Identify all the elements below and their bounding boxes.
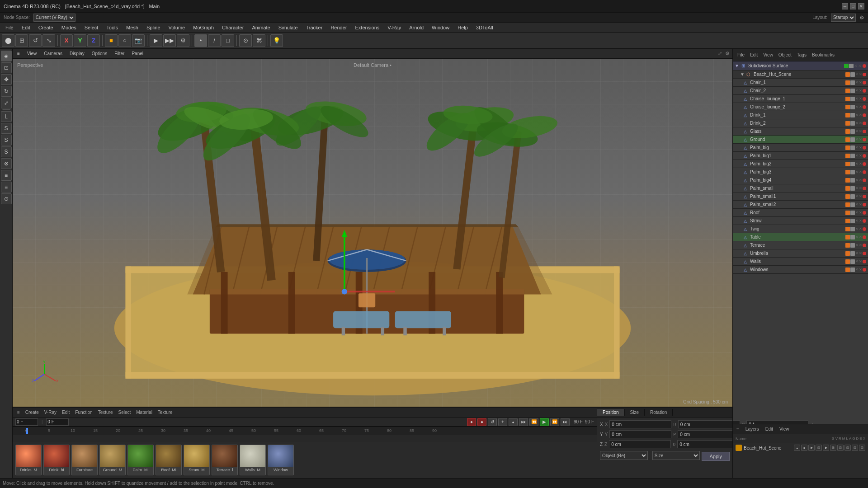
om-object-btn[interactable]: Object <box>777 52 793 58</box>
vp-display[interactable]: Display <box>68 51 86 56</box>
loop-btn[interactable]: ↺ <box>488 418 497 426</box>
toolbar-null[interactable]: ○ <box>118 34 131 47</box>
add-keyframe-btn2[interactable]: ⬥ <box>509 418 518 426</box>
toolbar-polygons[interactable]: □ <box>222 34 234 47</box>
dot-grey-drink_2[interactable] <box>850 121 855 126</box>
menu-edit[interactable]: Edit <box>18 24 34 31</box>
dot-orange-terrace[interactable] <box>845 243 850 248</box>
tool-s2[interactable]: S <box>1 135 12 145</box>
layer-beach-hut[interactable]: Beach_Hut_Scene ● ■ ▶ ⊡ ▶ ⊞ ⊡ ⊡ ⊡ ⊡ <box>733 443 868 452</box>
material-walls[interactable]: Walls_M <box>240 445 266 475</box>
dot-grey-ground[interactable] <box>850 137 855 142</box>
minimize-button[interactable]: ─ <box>842 3 848 9</box>
dot-grey-table[interactable] <box>850 235 855 239</box>
dot-grey-windows[interactable] <box>850 267 855 272</box>
vp-maximize-icon[interactable]: ⤢ <box>718 51 722 56</box>
tool-model[interactable]: ◈ <box>1 51 12 61</box>
subdivision-surface-item[interactable]: ▼ ⊞ Subdivision Surface ✕ ✕ <box>733 61 868 70</box>
step-back-btn[interactable]: ⏪ <box>529 418 538 426</box>
dot-orange-chair_1[interactable] <box>845 80 850 85</box>
dot-orange-palm_big1[interactable] <box>845 154 850 158</box>
dot-grey-umbrella[interactable] <box>850 251 855 256</box>
dot-grey-glass[interactable] <box>850 129 855 134</box>
obj-item-palm_big2[interactable]: △ Palm_big2 ✕ ✕ <box>733 160 868 168</box>
toolbar-rotate[interactable]: ↺ <box>29 34 42 47</box>
coord-system-select[interactable]: Object (Re) World <box>600 451 648 460</box>
om-file-btn[interactable]: File <box>736 52 746 58</box>
ss-dot-2[interactable] <box>849 64 854 68</box>
tool-scale[interactable]: ⤢ <box>1 98 12 108</box>
dot-orange-roof[interactable] <box>845 211 850 215</box>
obj-item-palm_small[interactable]: △ Palm_small ✕ ✕ <box>733 184 868 192</box>
tab-rotation[interactable]: Rotation <box>645 409 673 416</box>
toolbar-x[interactable]: X <box>60 34 73 47</box>
dot-grey-palm_small[interactable] <box>850 186 855 191</box>
dot-grey-palm_big3[interactable] <box>850 170 855 174</box>
obj-item-glass[interactable]: △ Glass ✕ ✕ <box>733 127 868 136</box>
obj-item-umbrella[interactable]: △ Umbrella ✕ ✕ <box>733 249 868 258</box>
step-fwd-btn[interactable]: ⏩ <box>550 418 559 426</box>
toolbar-camera[interactable]: 📷 <box>132 34 145 47</box>
menu-mograph[interactable]: MoGraph <box>189 24 217 31</box>
menu-render[interactable]: Render <box>327 24 350 31</box>
dot-grey-palm_big4[interactable] <box>850 178 855 183</box>
maximize-button[interactable]: □ <box>850 3 856 9</box>
menu-vray[interactable]: V-Ray <box>384 24 405 31</box>
obj-item-palm_big1[interactable]: △ Palm_big1 ✕ ✕ <box>733 152 868 160</box>
menu-volume[interactable]: Volume <box>165 24 189 31</box>
dot-orange-palm_big3[interactable] <box>845 170 850 174</box>
layer-xpresso-icon[interactable]: ⊡ <box>859 445 865 451</box>
obj-item-walls[interactable]: △ Walls ✕ ✕ <box>733 258 868 266</box>
layer-gen-icon[interactable]: ⊞ <box>830 445 836 451</box>
toolbar-points[interactable]: • <box>194 34 207 47</box>
dot-orange-chaise_lounge_1[interactable] <box>845 97 850 101</box>
obj-item-terrace[interactable]: △ Terrace ✕ ✕ <box>733 241 868 249</box>
toolbar-render-region[interactable]: ▶ <box>150 34 162 47</box>
dot-orange-glass[interactable] <box>845 129 850 134</box>
tool-s3[interactable]: S <box>1 146 12 157</box>
tool-paint[interactable]: ⊗ <box>1 158 12 169</box>
dot-orange-twig[interactable] <box>845 227 850 231</box>
layout-select[interactable]: Startup <box>831 14 856 22</box>
attr-y-input[interactable] <box>609 430 671 438</box>
dot-orange-straw[interactable] <box>845 219 850 223</box>
dot-orange-palm_big[interactable] <box>845 145 850 150</box>
vp-menu-icon[interactable]: ≡ <box>15 51 22 56</box>
current-frame-input[interactable] <box>15 418 38 426</box>
dot-grey-walls[interactable] <box>850 259 855 264</box>
attr-h-input[interactable] <box>678 420 740 428</box>
dot-grey-twig[interactable] <box>850 227 855 231</box>
tool-layers3[interactable]: ≡ <box>1 182 12 192</box>
vp-view[interactable]: View <box>25 51 39 56</box>
obj-item-drink_2[interactable]: △ Drink_2 ✕ ✕ <box>733 119 868 127</box>
dot-grey-roof[interactable] <box>850 211 855 215</box>
menu-arnold[interactable]: Arnold <box>406 24 427 31</box>
size-type-select[interactable]: Size <box>652 451 700 460</box>
obj-item-chaise_lounge_1[interactable]: △ Chaise_lounge_1 ✕ ✕ <box>733 95 868 103</box>
menu-3dtoall[interactable]: 3DToAll <box>472 24 497 31</box>
mat-edit[interactable]: Edit <box>60 409 71 415</box>
material-ground[interactable]: Ground_M <box>99 445 126 475</box>
toolbar-z[interactable]: Z <box>87 34 100 47</box>
layer-render-icon[interactable]: ▶ <box>808 445 815 451</box>
menu-create[interactable]: Create <box>35 24 57 31</box>
dot-grey-chaise_lounge_1[interactable] <box>850 97 855 101</box>
dot-grey-palm_big2[interactable] <box>850 162 855 166</box>
layers-view[interactable]: View <box>778 426 791 432</box>
layer-particle-icon[interactable]: ⊡ <box>852 445 858 451</box>
apply-button[interactable]: Apply <box>702 452 730 461</box>
dot-orange-chair_2[interactable] <box>845 89 850 93</box>
layer-eye-icon[interactable]: ● <box>794 445 800 451</box>
menu-window[interactable]: Window <box>428 24 453 31</box>
menu-help[interactable]: Help <box>454 24 472 31</box>
layers-menu-icon[interactable]: ≡ <box>735 426 741 432</box>
record-button[interactable]: ● <box>467 418 476 426</box>
menu-tools[interactable]: Tools <box>103 24 122 31</box>
mat-texture[interactable]: Texture <box>96 409 115 415</box>
menu-select[interactable]: Select <box>81 24 102 31</box>
bhs-dot-2[interactable] <box>850 72 855 77</box>
ss-dot-1[interactable] <box>844 64 849 68</box>
material-roof[interactable]: Roof_Mi <box>156 445 182 475</box>
material-furniture[interactable]: Furniture <box>71 445 98 475</box>
obj-item-chair_2[interactable]: △ Chair_2 ✕ ✕ <box>733 87 868 95</box>
